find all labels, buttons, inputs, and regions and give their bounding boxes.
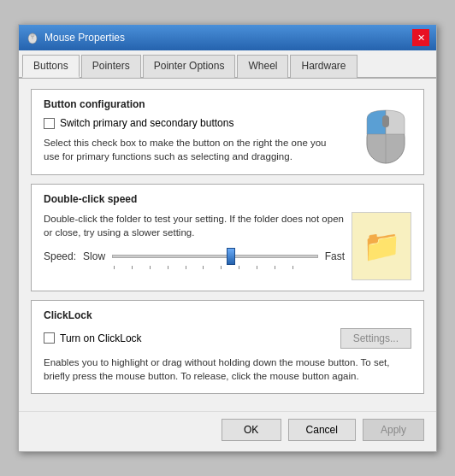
tab-hardware[interactable]: Hardware	[290, 55, 357, 78]
button-config-description: Select this check box to make the button…	[44, 136, 343, 163]
double-click-section: Double-click speed Double-click the fold…	[31, 184, 424, 291]
tab-buttons[interactable]: Buttons	[22, 55, 80, 78]
primary-secondary-label: Switch primary and secondary buttons	[60, 117, 233, 129]
tick-10	[275, 266, 275, 269]
svg-rect-4	[382, 115, 389, 127]
double-click-left: Double-click the folder to test your set…	[44, 212, 345, 269]
primary-secondary-row: Switch primary and secondary buttons	[44, 117, 343, 129]
tick-7	[221, 266, 222, 269]
window-icon	[26, 31, 39, 44]
clicklock-label: Turn on ClickLock	[60, 332, 142, 344]
tick-3	[150, 266, 151, 269]
tick-9	[257, 266, 257, 269]
apply-button[interactable]: Apply	[363, 419, 424, 441]
speed-slider-container	[112, 248, 318, 265]
window-title: Mouse Properties	[44, 32, 125, 44]
tick-8	[239, 266, 239, 269]
clicklock-checkbox[interactable]	[44, 332, 55, 344]
mouse-properties-window: Mouse Properties ✕ Buttons Pointers Poin…	[18, 24, 437, 451]
tick-5	[186, 266, 186, 269]
tick-4	[168, 266, 168, 269]
clicklock-section: ClickLock Turn on ClickLock Settings... …	[31, 300, 424, 394]
titlebar-left: Mouse Properties	[26, 31, 125, 44]
tick-6	[203, 266, 204, 269]
double-click-area: Double-click the folder to test your set…	[44, 212, 411, 280]
speed-label: Speed:	[44, 250, 76, 262]
footer-buttons: OK Cancel Apply	[19, 411, 436, 451]
clicklock-title: ClickLock	[44, 309, 411, 321]
settings-button[interactable]: Settings...	[340, 328, 411, 349]
tabs-bar: Buttons Pointers Pointer Options Wheel H…	[19, 50, 436, 79]
speed-slider-track	[112, 255, 318, 258]
folder-test-area[interactable]: 📁	[352, 212, 411, 280]
tab-pointers[interactable]: Pointers	[81, 55, 141, 78]
fast-label: Fast	[325, 250, 345, 262]
ok-button[interactable]: OK	[222, 419, 281, 441]
speed-slider-thumb[interactable]	[227, 248, 235, 265]
titlebar: Mouse Properties ✕	[19, 25, 436, 50]
folder-icon: 📁	[363, 228, 401, 264]
speed-row: Speed: Slow Fast	[44, 248, 345, 265]
mouse-image	[360, 102, 411, 170]
slow-label: Slow	[83, 250, 105, 262]
tab-wheel[interactable]: Wheel	[237, 55, 288, 78]
double-click-description: Double-click the folder to test your set…	[44, 212, 345, 239]
tab-pointer-options[interactable]: Pointer Options	[143, 55, 236, 78]
clicklock-description: Enables you to highlight or drag without…	[44, 356, 411, 383]
tab-content: Button configuration Switch primary and …	[19, 79, 436, 410]
tick-11	[292, 266, 293, 269]
cancel-button[interactable]: Cancel	[288, 419, 356, 441]
primary-secondary-checkbox[interactable]	[44, 118, 55, 129]
mouse-svg	[360, 102, 411, 170]
tick-1	[114, 266, 115, 269]
close-button[interactable]: ✕	[412, 29, 429, 46]
button-config-section: Button configuration Switch primary and …	[31, 89, 424, 174]
tick-2	[132, 266, 133, 269]
button-config-title: Button configuration	[44, 98, 411, 110]
clicklock-row: Turn on ClickLock Settings...	[44, 328, 411, 349]
double-click-title: Double-click speed	[44, 193, 411, 205]
